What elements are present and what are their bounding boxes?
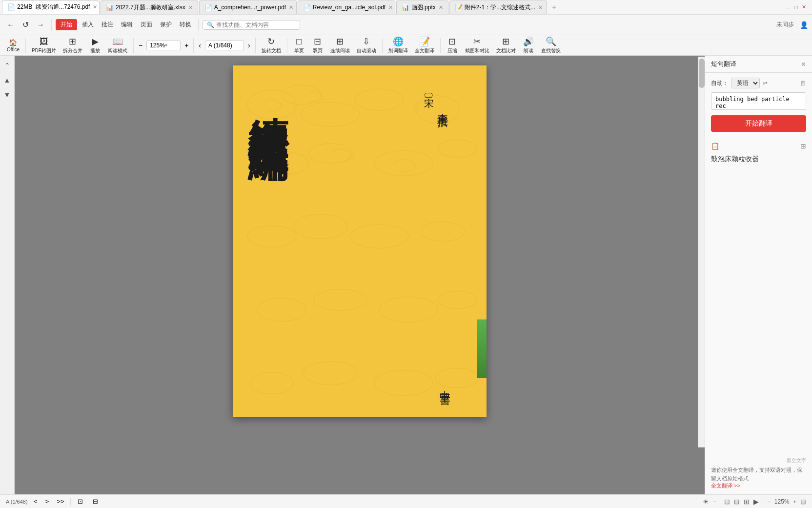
tab-close-1[interactable]: ✕ — [188, 4, 193, 11]
status-zoom-value: 125% — [774, 498, 790, 505]
right-panel-title: 短句翻译 — [711, 60, 736, 68]
page-nav: ‹ A (1/648) › — [197, 41, 252, 50]
zoom-plus-button[interactable]: + — [183, 41, 190, 50]
user-icon[interactable]: 👤 — [800, 21, 808, 29]
protect-button[interactable]: 保护 — [157, 19, 175, 31]
annotate-button[interactable]: 批注 — [99, 19, 116, 31]
insert-button[interactable]: 插入 — [79, 19, 97, 31]
compress-button[interactable]: ⊡ 压缩 — [444, 35, 461, 55]
office-button[interactable]: 🏠 Office — [4, 38, 22, 53]
main-content: ⌃ ▲ ▼ — [0, 56, 812, 494]
tab-close-3[interactable]: ✕ — [388, 4, 393, 11]
tab-pdf-main[interactable]: 📄 22MB_续资治通...72476.pdf ✕ — [2, 0, 100, 14]
page-prev-button[interactable]: ‹ — [197, 41, 203, 50]
tab-xlsx[interactable]: 📊 2022.7开题...源教研室.xlsx ✕ — [101, 0, 198, 14]
back-button[interactable]: ← — [4, 19, 18, 31]
status-zoom-fit[interactable]: ⊟ — [800, 498, 806, 506]
pdf-page: 續資治通鑑長編 〔宋〕 李燾撰 中華書 — [233, 65, 487, 417]
full-translate-label: 全文翻译 — [415, 47, 434, 54]
pdf-to-img-button[interactable]: 🖼 PDF转图片 — [29, 36, 59, 55]
swap-arrow[interactable]: ⇌ — [763, 80, 768, 86]
status-nav-next[interactable]: > — [43, 497, 51, 506]
sep-t2-6 — [382, 38, 383, 53]
tab-doc[interactable]: 📝 附件2-1：学...文综述格式... ✕ — [449, 0, 547, 14]
right-panel-close[interactable]: ✕ — [801, 61, 806, 68]
start-button[interactable]: 开始 — [56, 19, 77, 30]
find-replace-button[interactable]: 🔍 查找替换 — [538, 35, 564, 55]
page-button[interactable]: 页面 — [138, 19, 155, 31]
zoom-minus-button[interactable]: − — [137, 41, 144, 50]
tab-pdf-3[interactable]: 📄 Review_on_ga...icle_sol.pdf ✕ — [298, 0, 395, 14]
pdf-canvas-area[interactable]: 續資治通鑑長編 〔宋〕 李燾撰 中華書 — [15, 56, 705, 494]
rotate-text-button[interactable]: ↻ 旋转文档 — [259, 35, 284, 55]
crop-button[interactable]: ✂ 截图和对比 — [462, 35, 492, 55]
status-split-icon[interactable]: ⊞ — [744, 498, 750, 506]
search-input[interactable] — [216, 21, 284, 28]
tab-close-4[interactable]: ✕ — [439, 4, 443, 11]
edit-button[interactable]: 编辑 — [118, 19, 136, 31]
full-translate-link[interactable]: 全文翻译 >> — [711, 483, 740, 488]
scrollbar-track[interactable] — [698, 57, 705, 447]
compress-icon: ⊡ — [448, 36, 456, 47]
translate-input[interactable]: bubbling bed particle rec — [711, 92, 806, 110]
status-zoom-out[interactable]: − — [767, 499, 770, 505]
read-aloud-button[interactable]: 🔊 朗读 — [520, 35, 537, 55]
scrollbar-thumb[interactable] — [699, 59, 705, 88]
sidebar-scroll-down[interactable]: ▼ — [1, 89, 13, 101]
status-minus[interactable]: − — [713, 499, 716, 505]
window-control-min[interactable]: — — [785, 4, 791, 10]
full-translate-button[interactable]: 📝 全文翻译 — [412, 35, 437, 55]
refresh-button[interactable]: ↺ — [20, 18, 32, 31]
split-merge-button[interactable]: ⊞ 拆分合并 — [60, 35, 85, 55]
tab-close-2[interactable]: ✕ — [289, 4, 293, 11]
status-fit-icon-2[interactable]: ⊟ — [734, 498, 740, 506]
forward-button[interactable]: → — [34, 19, 47, 31]
zoom-display[interactable]: 125% ▾ — [146, 41, 181, 50]
single-page-button[interactable]: □ 单页 — [290, 36, 308, 55]
page-next-button[interactable]: › — [246, 41, 252, 50]
fit-page-button[interactable]: ⊡ — [75, 497, 86, 506]
page-display[interactable]: A (1/648) — [205, 41, 244, 50]
continuous-read-button[interactable]: ⊞ 连续阅读 — [327, 35, 353, 55]
copy-icon[interactable]: 📋 — [711, 142, 719, 150]
tab-pptx-label: 画图.pptx — [411, 3, 436, 12]
tab-pptx[interactable]: 📊 画图.pptx ✕ — [396, 0, 448, 14]
sep-t2-5 — [287, 38, 287, 53]
status-fit-icon-1[interactable]: ⊡ — [724, 498, 730, 506]
tab-close-5[interactable]: ✕ — [538, 4, 543, 11]
status-zoom-in[interactable]: + — [793, 499, 796, 505]
page-number: A (1/648) — [208, 42, 232, 49]
pdf-page-inner: 續資治通鑑長編 〔宋〕 李燾撰 中華書 — [233, 65, 487, 417]
right-panel-footer: 留空文字 邀你使用全文翻译，支持双语对照，保留文档原始格式 全文翻译 >> — [705, 452, 812, 494]
broadcast-button[interactable]: ▶ 播放 — [86, 35, 104, 55]
rotate-label: 旋转文档 — [262, 47, 281, 54]
tab-pdf-2[interactable]: 📄 A_comprehen...r_power.pdf ✕ — [199, 0, 297, 14]
zoom-value: 125% — [150, 42, 165, 49]
translate-button[interactable]: 开始翻译 — [711, 115, 806, 132]
convert-button[interactable]: 转换 — [177, 19, 194, 31]
status-nav-prev[interactable]: < — [32, 497, 40, 506]
read-mode-icon: 📖 — [112, 36, 123, 47]
status-play-icon[interactable]: ▶ — [753, 498, 759, 506]
tab-close-0[interactable]: ✕ — [93, 4, 97, 10]
auto-scroll-button[interactable]: ⇩ 自动滚动 — [354, 35, 379, 55]
mark-translate-button[interactable]: 🌐 划词翻译 — [386, 35, 411, 55]
status-nav-last[interactable]: >> — [55, 497, 66, 506]
search-box[interactable]: 🔍 — [203, 20, 300, 30]
zoom-dropdown-icon[interactable]: ▾ — [165, 42, 167, 48]
sep-t2-7 — [440, 38, 441, 53]
source-lang-select[interactable]: 英语 — [731, 78, 760, 88]
sidebar-scroll-top[interactable]: ⌃ — [1, 60, 13, 71]
window-control-close[interactable]: ✕ — [802, 4, 806, 10]
expand-icon[interactable]: ⊞ — [800, 142, 806, 150]
auto-translate-icon: 自 — [800, 79, 806, 87]
background-pattern — [233, 65, 487, 417]
compare-button[interactable]: ⊞ 文档比对 — [493, 35, 519, 55]
add-tab-button[interactable]: + — [548, 3, 560, 12]
sidebar-scroll-up[interactable]: ▲ — [1, 74, 13, 86]
window-control-max[interactable]: □ — [794, 4, 798, 10]
read-mode-button[interactable]: 📖 阅读模式 — [105, 35, 130, 55]
translate-output-area: 📋 ⊞ 鼓泡床颗粒收器 — [705, 137, 812, 299]
fit-width-button[interactable]: ⊟ — [90, 497, 101, 506]
double-page-button[interactable]: ⊟ 双页 — [309, 35, 326, 55]
